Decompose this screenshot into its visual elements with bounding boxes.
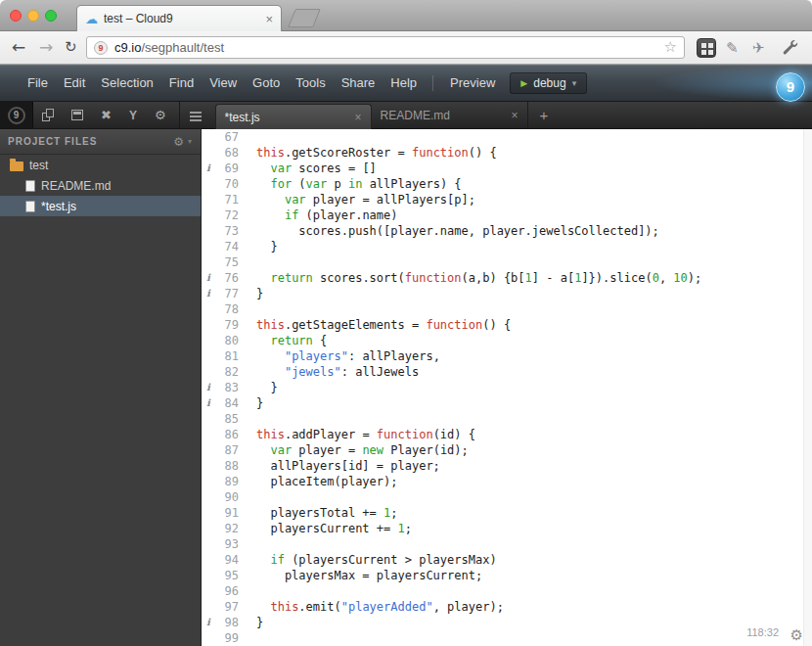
gutter-cell[interactable]: i83: [202, 380, 247, 395]
debug-run-button[interactable]: ▶ debug ▾: [510, 72, 587, 94]
toolbar-gear-icon[interactable]: ⚙: [155, 109, 166, 121]
gutter-cell[interactable]: 88: [202, 458, 247, 474]
gutter-cell[interactable]: 75: [202, 254, 247, 270]
code-text[interactable]: }: [247, 380, 278, 395]
code-text[interactable]: var player = new Player(id);: [247, 442, 469, 458]
editor-tab-test.js[interactable]: *test.js×: [215, 104, 372, 129]
code-text[interactable]: }: [247, 395, 263, 411]
code-text[interactable]: this.addPlayer = function(id) {: [247, 427, 475, 442]
code-text[interactable]: this.emit("playerAdded", player);: [247, 599, 504, 615]
gutter-cell[interactable]: 90: [202, 489, 247, 505]
gutter-cell[interactable]: 80: [202, 333, 247, 348]
tab-list-icon[interactable]: [190, 110, 202, 121]
code-text[interactable]: [247, 489, 256, 505]
code-text[interactable]: playersTotal += 1;: [247, 505, 398, 521]
gutter-cell[interactable]: 78: [202, 301, 247, 317]
cloud9-mark[interactable]: 9: [0, 102, 33, 128]
window-zoom-button[interactable]: [45, 10, 57, 22]
preview-button[interactable]: Preview: [441, 75, 504, 90]
new-tab-button[interactable]: [288, 9, 321, 27]
extension-plane-icon[interactable]: ✈: [752, 38, 765, 58]
gutter-cell[interactable]: i98: [202, 615, 247, 630]
gutter-cell[interactable]: 82: [202, 364, 247, 380]
menu-goto[interactable]: Goto: [245, 75, 288, 90]
tab-close-icon[interactable]: ×: [265, 13, 273, 25]
gutter-cell[interactable]: 70: [202, 176, 247, 192]
gutter-cell[interactable]: 93: [202, 536, 247, 552]
sidebar-caret-icon[interactable]: ▾: [188, 137, 193, 146]
back-button[interactable]: ←: [12, 37, 25, 57]
code-text[interactable]: if (player.name): [247, 208, 398, 223]
gutter-cell[interactable]: 96: [202, 583, 247, 599]
gutter-cell[interactable]: 95: [202, 568, 247, 583]
gutter-cell[interactable]: 71: [202, 192, 247, 208]
window-minimize-button[interactable]: [27, 10, 39, 22]
tree-item-test[interactable]: test: [0, 155, 201, 175]
gutter-cell[interactable]: 73: [202, 223, 247, 239]
code-text[interactable]: }: [247, 239, 278, 254]
extension-grid-icon[interactable]: [697, 38, 716, 58]
gutter-cell[interactable]: 79: [202, 317, 247, 333]
gutter-cell[interactable]: 81: [202, 348, 247, 364]
y-tool-icon[interactable]: Y: [129, 110, 137, 121]
menu-view[interactable]: View: [202, 75, 245, 90]
code-text[interactable]: [247, 254, 256, 270]
sidebar-gear-icon[interactable]: ⚙: [173, 135, 185, 149]
code-text[interactable]: allPlayers[id] = player;: [247, 458, 440, 474]
menu-file[interactable]: File: [20, 75, 56, 90]
reload-button[interactable]: ↻: [65, 37, 77, 57]
gutter-cell[interactable]: 92: [202, 521, 247, 536]
code-text[interactable]: "jewels": allJewels: [247, 364, 419, 380]
gutter-cell[interactable]: 99: [202, 630, 247, 646]
new-editor-tab-button[interactable]: +: [528, 107, 561, 123]
tab-close-icon[interactable]: ×: [512, 109, 519, 122]
menu-help[interactable]: Help: [383, 75, 425, 90]
code-text[interactable]: for (var p in allPlayers) {: [247, 176, 462, 192]
gutter-cell[interactable]: i69: [202, 161, 247, 176]
gutter-cell[interactable]: 89: [202, 474, 247, 489]
gutter-cell[interactable]: 67: [202, 129, 247, 145]
bookmark-star-icon[interactable]: ☆: [664, 40, 677, 55]
editor-tab-README.md[interactable]: README.md×: [372, 102, 528, 128]
code-text[interactable]: "players": allPlayers,: [247, 348, 440, 364]
forward-button[interactable]: →: [39, 37, 53, 57]
code-text[interactable]: scores.push([player.name, player.jewelsC…: [247, 223, 659, 239]
code-text[interactable]: playersMax = playersCurrent;: [247, 568, 482, 583]
code-text[interactable]: }: [247, 615, 263, 630]
gutter-cell[interactable]: i84: [202, 395, 247, 411]
gutter-cell[interactable]: 87: [202, 442, 247, 458]
editor-settings-gear-icon[interactable]: ⚙: [790, 627, 803, 643]
gutter-cell[interactable]: 74: [202, 239, 247, 254]
menu-tools[interactable]: Tools: [288, 75, 333, 90]
menu-selection[interactable]: Selection: [93, 75, 160, 90]
editor-scrollbar[interactable]: [803, 129, 812, 646]
code-text[interactable]: [247, 129, 256, 145]
code-text[interactable]: [247, 301, 256, 317]
code-text[interactable]: [247, 630, 256, 646]
tree-item-test.js[interactable]: *test.js: [0, 196, 201, 216]
code-text[interactable]: this.getStageElements = function() {: [247, 317, 511, 333]
gutter-cell[interactable]: 85: [202, 411, 247, 427]
window-close-button[interactable]: [10, 10, 22, 22]
gutter-cell[interactable]: 86: [202, 427, 247, 442]
menu-edit[interactable]: Edit: [56, 75, 93, 90]
code-text[interactable]: }: [247, 286, 263, 301]
menu-share[interactable]: Share: [334, 75, 383, 90]
tab-close-icon[interactable]: ×: [355, 111, 362, 124]
extension-pencil-icon[interactable]: ✎: [726, 38, 739, 58]
panel-icon[interactable]: [71, 110, 83, 120]
copy-pages-icon[interactable]: [42, 109, 54, 121]
browser-tab[interactable]: ☁ test – Cloud9 ×: [76, 5, 282, 31]
gutter-cell[interactable]: 72: [202, 208, 247, 223]
tree-item-README.md[interactable]: README.md: [0, 175, 201, 196]
code-text[interactable]: playersCurrent += 1;: [247, 521, 412, 536]
code-text[interactable]: this.getScoreRoster = function() {: [247, 145, 497, 161]
code-text[interactable]: var scores = []: [247, 161, 377, 176]
code-text[interactable]: placeItem(player);: [247, 474, 398, 489]
code-text[interactable]: return {: [247, 333, 327, 348]
code-text[interactable]: var player = allPlayers[p];: [247, 192, 475, 208]
menu-find[interactable]: Find: [161, 75, 202, 90]
x-tool-icon[interactable]: ✖: [101, 109, 112, 121]
code-text[interactable]: [247, 536, 256, 552]
gutter-cell[interactable]: 97: [202, 599, 247, 615]
